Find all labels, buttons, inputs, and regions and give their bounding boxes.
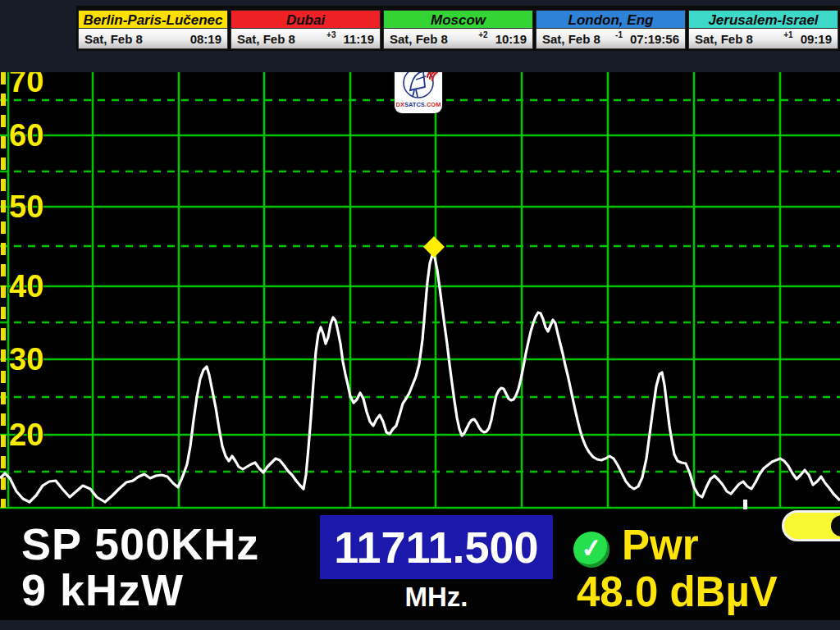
clock-utc-offset: +2 (478, 30, 487, 39)
bandwidth-readout: 9 kHzW (21, 564, 184, 615)
clock-city-label: Moscow (383, 10, 533, 29)
spectrum-trace (0, 255, 840, 502)
control-panel: SP 500KHz 9 kHzW 11711.500 MHz. Pwr 48.0… (0, 509, 840, 620)
logo-text-dx: DX (396, 101, 404, 108)
clock-date: Sat, Feb 8 (695, 32, 783, 46)
y-axis-tick-label: 60 (9, 118, 43, 153)
power-value: 48.0 dBµV (577, 568, 778, 616)
clock-time: 08:19 (190, 32, 221, 46)
clock-utc-offset: +3 (326, 30, 336, 39)
dxsatcs-logo: DXSATCS.COM (395, 72, 442, 113)
clock-city-label: Berlin-Paris-Lučenec (78, 10, 228, 29)
clock-item: MoscowSat, Feb 8+210:19 (383, 10, 533, 49)
clock-date: Sat, Feb 8 (84, 32, 183, 46)
frequency-tick (743, 500, 747, 509)
logo-text-satcs: SATCS (404, 101, 425, 108)
y-axis-tick-label: 70 (9, 72, 43, 98)
logo-text: DXSATCS.COM (396, 101, 441, 108)
clock-city-label: Jerusalem-Israel (688, 10, 838, 29)
toggle-knob (831, 515, 840, 536)
satellite-meter-screen: Berlin-Paris-LučenecSat, Feb 808:19Dubai… (0, 0, 840, 630)
peak-marker (423, 236, 445, 258)
clock-city-label: Dubai (231, 10, 381, 29)
clock-datetime: Sat, Feb 8+109:19 (688, 29, 838, 49)
frequency-unit-label: MHz. (320, 582, 553, 613)
frequency-input[interactable]: 11711.500 (320, 515, 553, 579)
clock-time: 07:19:56 (630, 32, 679, 46)
clock-date: Sat, Feb 8 (390, 32, 478, 46)
clock-time: 11:19 (343, 32, 374, 46)
frequency-value: 11711.500 (334, 522, 538, 573)
y-axis-tick-label: 30 (9, 342, 43, 377)
clock-time: 10:19 (495, 32, 527, 46)
power-label: Pwr (622, 521, 699, 569)
y-axis-tick-label: 20 (9, 418, 43, 452)
clock-date: Sat, Feb 8 (542, 32, 615, 46)
clock-item: London, EngSat, Feb 8-107:19:56 (536, 10, 686, 49)
world-clock-bar: Berlin-Paris-LučenecSat, Feb 808:19Dubai… (76, 6, 840, 51)
power-toggle[interactable] (782, 510, 840, 541)
clock-date: Sat, Feb 8 (237, 32, 326, 46)
clock-datetime: Sat, Feb 8+210:19 (383, 29, 533, 49)
logo-text-com: .COM (425, 101, 441, 108)
clock-city-label: London, Eng (536, 10, 686, 29)
spectrum-chart: 706050403020 (0, 72, 840, 509)
clock-utc-offset: +1 (783, 30, 792, 39)
clock-datetime: Sat, Feb 8+311:19 (231, 29, 381, 49)
clock-datetime: Sat, Feb 808:19 (78, 29, 228, 49)
clock-time: 09:19 (801, 32, 832, 46)
clock-utc-offset: -1 (615, 30, 623, 39)
span-readout: SP 500KHz (21, 518, 259, 569)
clock-item: Jerusalem-IsraelSat, Feb 8+109:19 (688, 10, 838, 49)
clock-datetime: Sat, Feb 8-107:19:56 (536, 29, 686, 49)
y-axis-tick-label: 50 (9, 189, 43, 224)
y-axis-tick-label: 40 (9, 269, 43, 304)
clock-item: Berlin-Paris-LučenecSat, Feb 808:19 (78, 10, 228, 49)
check-circle-icon (573, 532, 609, 568)
clock-item: DubaiSat, Feb 8+311:19 (231, 10, 381, 49)
spectrum-plot: 706050403020 DXSATCS.COM (0, 72, 840, 509)
satellite-dish-icon (396, 72, 441, 103)
